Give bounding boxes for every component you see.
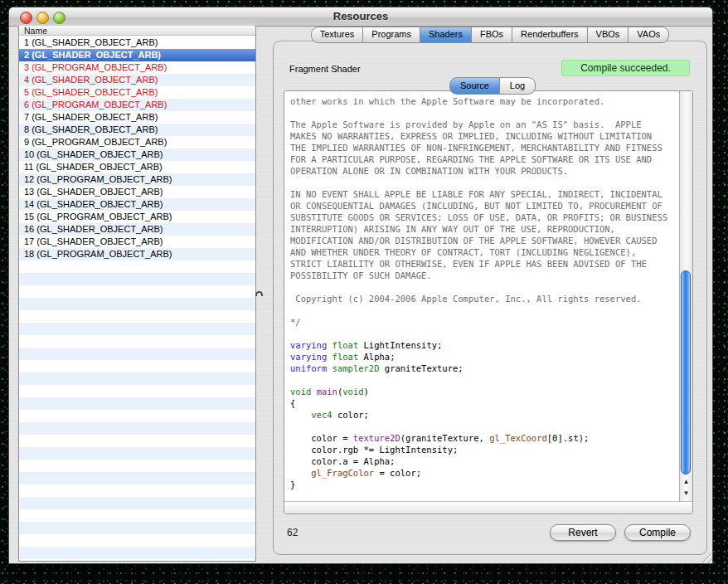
list-item[interactable]: 5 (GL_SHADER_OBJECT_ARB) xyxy=(19,86,255,99)
list-item[interactable]: 16 (GL_SHADER_OBJECT_ARB) xyxy=(19,223,255,236)
title-bar: Resources xyxy=(9,7,712,27)
code-line: POSSIBILITY OF SUCH DAMAGE. xyxy=(290,270,679,281)
list-item[interactable]: 2 (GL_SHADER_OBJECT_ARB) xyxy=(19,49,255,61)
tab-vaos[interactable]: VAOs xyxy=(629,27,669,43)
tab-programs[interactable]: Programs xyxy=(363,27,420,43)
vertical-scrollbar[interactable]: ▲ ▼ xyxy=(679,91,692,501)
window-content: Name 1 (GL_SHADER_OBJECT_ARB)2 (GL_SHADE… xyxy=(9,26,712,563)
name-column-header[interactable]: Name xyxy=(19,26,255,36)
code-line: Copyright (c) 2004-2006 Apple Computer, … xyxy=(290,293,679,304)
code-line: IN NO EVENT SHALL APPLE BE LIABLE FOR AN… xyxy=(290,188,679,200)
code-line: other works in which the Apple Software … xyxy=(290,95,679,107)
code-line: { xyxy=(290,397,679,409)
code-line xyxy=(290,177,679,188)
code-line: OPERATION ALONE OR IN COMBINATION WITH Y… xyxy=(290,165,679,177)
code-line: The Apple Software is provided by Apple … xyxy=(290,119,679,130)
list-item[interactable]: 7 (GL_SHADER_OBJECT_ARB) xyxy=(19,111,255,124)
compile-button[interactable]: Compile xyxy=(624,524,691,541)
code-text-area[interactable]: other works in which the Apple Software … xyxy=(284,91,679,501)
code-line: MODIFICATION AND/OR DISTRIBUTION OF THE … xyxy=(290,235,679,246)
scroll-down-arrow-icon[interactable]: ▼ xyxy=(680,488,692,499)
list-item[interactable]: 18 (GL_PROGRAM_OBJECT_ARB) xyxy=(19,248,255,260)
list-item[interactable]: 4 (GL_SHADER_OBJECT_ARB) xyxy=(19,74,255,86)
list-item[interactable]: 11 (GL_SHADER_OBJECT_ARB) xyxy=(19,161,255,173)
code-line: THE IMPLIED WARRANTIES OF NON-INFRINGEME… xyxy=(290,142,679,153)
code-line: uniform sampler2D graniteTexture; xyxy=(290,363,679,374)
resource-list-rows: 1 (GL_SHADER_OBJECT_ARB)2 (GL_SHADER_OBJ… xyxy=(19,36,255,561)
list-item[interactable]: 1 (GL_SHADER_OBJECT_ARB) xyxy=(19,36,255,49)
code-line xyxy=(290,374,679,386)
resources-window: Resources Name 1 (GL_SHADER_OBJECT_ARB)2… xyxy=(8,7,713,564)
list-item[interactable]: 12 (GL_PROGRAM_OBJECT_ARB) xyxy=(19,173,255,186)
scrollbar-thumb[interactable] xyxy=(681,270,691,474)
code-line xyxy=(290,328,679,339)
list-item[interactable]: 17 (GL_SHADER_OBJECT_ARB) xyxy=(19,236,255,248)
segment-source[interactable]: Source xyxy=(449,77,500,95)
shader-type-label: Fragment Shader xyxy=(289,64,361,74)
list-item[interactable]: 14 (GL_SHADER_OBJECT_ARB) xyxy=(19,198,255,211)
tab-textures[interactable]: Textures xyxy=(311,27,364,43)
code-line: STRICT LIABILITY OR OTHERWISE, EVEN IF A… xyxy=(290,258,679,270)
code-line xyxy=(290,304,679,316)
tab-vbos[interactable]: VBOs xyxy=(588,27,629,43)
code-line xyxy=(290,107,679,119)
scroll-up-arrow-icon[interactable]: ▲ xyxy=(680,476,692,488)
code-line: color = texture2D(graniteTexture, gl_Tex… xyxy=(290,432,679,444)
list-item[interactable]: 9 (GL_PROGRAM_OBJECT_ARB) xyxy=(19,136,255,148)
code-line: OR CONSEQUENTIAL DAMAGES (INCLUDING, BUT… xyxy=(290,200,679,212)
list-item[interactable]: 8 (GL_SHADER_OBJECT_ARB) xyxy=(19,124,255,136)
code-line: */ xyxy=(290,316,679,328)
code-line xyxy=(290,281,679,293)
splitter-grabber-icon[interactable] xyxy=(255,291,263,296)
code-line: AND WHETHER UNDER THEORY OF CONTRACT, TO… xyxy=(290,246,679,258)
line-number-indicator: 62 xyxy=(287,527,298,538)
code-line: } xyxy=(290,479,679,490)
tab-bar: TexturesProgramsShadersFBOsRenderbuffers… xyxy=(273,27,707,41)
list-item[interactable]: 6 (GL_PROGRAM_OBJECT_ARB) xyxy=(19,99,255,111)
scrollbar-arrows: ▲ ▼ xyxy=(680,476,692,499)
code-line: SUBSTITUTE GOODS OR SERVICES; LOSS OF US… xyxy=(290,212,679,223)
revert-button[interactable]: Revert xyxy=(550,524,616,541)
resource-list: Name 1 (GL_SHADER_OBJECT_ARB)2 (GL_SHADE… xyxy=(18,26,256,562)
desktop-background: Resources Name 1 (GL_SHADER_OBJECT_ARB)2… xyxy=(0,0,728,584)
code-line: vec4 color; xyxy=(290,409,679,421)
code-line: color.rgb *= LightIntensity; xyxy=(290,444,679,455)
list-item[interactable]: 15 (GL_PROGRAM_OBJECT_ARB) xyxy=(19,211,255,223)
tab-renderbuffers[interactable]: Renderbuffers xyxy=(512,27,588,43)
code-line: MAKES NO WARRANTIES, EXPRESS OR IMPLIED,… xyxy=(290,130,679,142)
compile-status-badge: Compile succeeded. xyxy=(561,60,690,76)
code-line: color.a = Alpha; xyxy=(290,455,679,467)
list-item[interactable]: 10 (GL_SHADER_OBJECT_ARB) xyxy=(19,148,255,161)
code-line: gl_FragColor = color; xyxy=(290,467,679,479)
code-line: void main(void) xyxy=(290,386,679,397)
code-line: INTERRUPTION) ARISING IN ANY WAY OUT OF … xyxy=(290,223,679,235)
segment-log[interactable]: Log xyxy=(500,77,536,95)
code-line xyxy=(290,421,679,432)
list-item[interactable]: 3 (GL_PROGRAM_OBJECT_ARB) xyxy=(19,61,255,74)
code-line: FOR A PARTICULAR PURPOSE, REGARDING THE … xyxy=(290,153,679,165)
source-log-segmented-control: SourceLog xyxy=(449,77,536,93)
tab-shaders[interactable]: Shaders xyxy=(420,27,472,43)
shader-source-editor: other works in which the Apple Software … xyxy=(284,90,693,514)
horizontal-scrollbar[interactable] xyxy=(284,501,692,513)
code-line: varying float LightIntensity; xyxy=(290,339,679,351)
code-line: varying float Alpha; xyxy=(290,351,679,363)
window-title: Resources xyxy=(9,10,712,22)
tab-fbos[interactable]: FBOs xyxy=(472,27,512,43)
list-item[interactable]: 13 (GL_SHADER_OBJECT_ARB) xyxy=(19,186,255,198)
